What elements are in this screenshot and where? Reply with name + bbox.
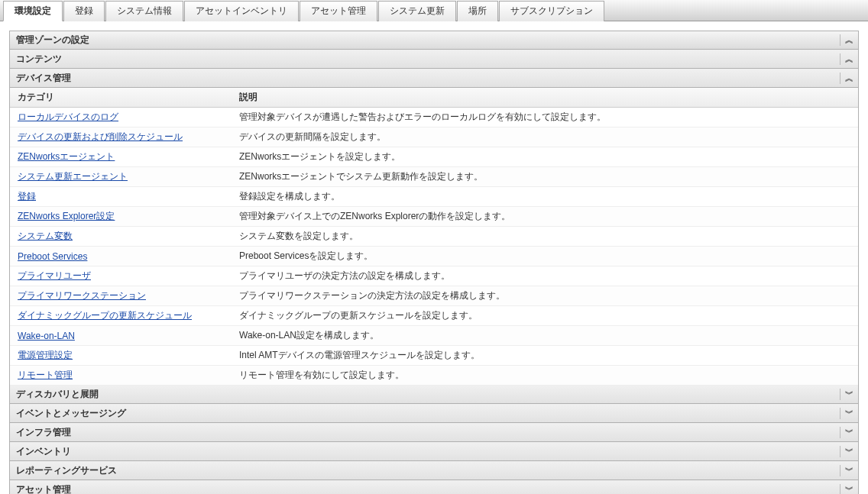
tab-2[interactable]: システム情報 <box>105 1 183 21</box>
table-row: システム変数システム変数を設定します。 <box>10 227 858 247</box>
category-link[interactable]: 電源管理設定 <box>18 350 73 360</box>
section-title: コンテンツ <box>16 53 62 66</box>
collapsed-section[interactable]: イベントとメッセージング︾ <box>10 404 858 423</box>
category-link[interactable]: システム変数 <box>18 231 73 241</box>
table-row: プライマリワークステーションプライマリワークステーションの決定方法の設定を構成し… <box>10 286 858 306</box>
category-link[interactable]: ZENworksエージェント <box>18 151 115 162</box>
collapsed-section[interactable]: アセット管理︾ <box>10 480 858 494</box>
section-title: アセット管理 <box>16 483 71 494</box>
chevron-down-icon[interactable]: ︾ <box>840 465 852 476</box>
category-link[interactable]: ZENworks Explorer設定 <box>18 211 115 221</box>
section-title: ディスカバリと展開 <box>16 388 99 401</box>
category-cell: デバイスの更新および削除スケジュール <box>10 128 232 147</box>
section-device-management[interactable]: デバイス管理 ︽ <box>10 69 858 88</box>
table-row: 電源管理設定Intel AMTデバイスの電源管理スケジュールを設定します。 <box>10 346 858 366</box>
description-cell: プライマリユーザの決定方法の設定を構成します。 <box>232 266 858 286</box>
settings-panel: 管理ゾーンの設定 ︽ コンテンツ ︽ デバイス管理 ︽ カテゴリ 説明 ローカル… <box>9 31 859 494</box>
tab-4[interactable]: アセット管理 <box>300 1 377 21</box>
category-cell: プライマリワークステーション <box>10 286 232 305</box>
category-cell: リモート管理 <box>10 366 232 385</box>
chevron-down-icon[interactable]: ︾ <box>840 408 852 419</box>
category-link[interactable]: デバイスの更新および削除スケジュール <box>18 131 183 142</box>
category-cell: ZENworks Explorer設定 <box>10 207 232 226</box>
category-cell: ZENworksエージェント <box>10 147 232 166</box>
description-cell: Wake-on-LAN設定を構成します。 <box>232 326 858 345</box>
chevron-up-icon[interactable]: ︽ <box>840 34 852 46</box>
category-link[interactable]: リモート管理 <box>18 370 73 380</box>
description-cell: プライマリワークステーションの決定方法の設定を構成します。 <box>232 286 858 305</box>
tab-bar: 環境設定登録システム情報アセットインベントリアセット管理システム更新場所サブスク… <box>0 0 868 21</box>
category-cell: ローカルデバイスのログ <box>10 108 232 127</box>
column-header-category: カテゴリ <box>10 88 232 107</box>
description-cell: 管理対象デバイス上でのZENworks Explorerの動作を設定します。 <box>232 207 858 226</box>
chevron-down-icon[interactable]: ︾ <box>840 484 852 494</box>
description-cell: ダイナミックグループの更新スケジュールを設定します。 <box>232 306 858 325</box>
table-row: デバイスの更新および削除スケジュールデバイスの更新間隔を設定します。 <box>10 128 858 147</box>
tab-1[interactable]: 登録 <box>63 1 105 21</box>
category-cell: プライマリユーザ <box>10 266 232 286</box>
table-row: リモート管理リモート管理を有効にして設定します。 <box>10 366 858 386</box>
table-row: ZENworks Explorer設定管理対象デバイス上でのZENworks E… <box>10 207 858 227</box>
description-cell: リモート管理を有効にして設定します。 <box>232 366 858 385</box>
category-link[interactable]: 登録 <box>18 191 36 202</box>
description-cell: 管理対象デバイスが遭遇した警告およびエラーのローカルログを有効にして設定します。 <box>232 108 858 127</box>
tab-5[interactable]: システム更新 <box>378 1 456 21</box>
chevron-up-icon[interactable]: ︽ <box>840 73 852 84</box>
chevron-down-icon[interactable]: ︾ <box>840 427 852 438</box>
tab-0[interactable]: 環境設定 <box>3 1 63 21</box>
section-title: インフラ管理 <box>16 426 71 439</box>
category-link[interactable]: Wake-on-LAN <box>18 331 75 341</box>
description-cell: 登録設定を構成します。 <box>232 187 858 206</box>
chevron-down-icon[interactable]: ︾ <box>840 446 852 457</box>
description-cell: Preboot Servicesを設定します。 <box>232 247 858 266</box>
category-cell: 登録 <box>10 187 232 206</box>
tab-6[interactable]: 場所 <box>457 1 498 21</box>
table-row: 登録登録設定を構成します。 <box>10 187 858 207</box>
description-cell: システム変数を設定します。 <box>232 227 858 246</box>
category-cell: システム変数 <box>10 227 232 246</box>
table-row: ダイナミックグループの更新スケジュールダイナミックグループの更新スケジュールを設… <box>10 306 858 326</box>
collapsed-section[interactable]: ディスカバリと展開︾ <box>10 386 858 404</box>
section-contents[interactable]: コンテンツ ︽ <box>10 50 858 69</box>
collapsed-section[interactable]: インベントリ︾ <box>10 442 858 461</box>
table-body: ローカルデバイスのログ管理対象デバイスが遭遇した警告およびエラーのローカルログを… <box>10 108 858 386</box>
table-row: Preboot ServicesPreboot Servicesを設定します。 <box>10 247 858 266</box>
content-area: 管理ゾーンの設定 ︽ コンテンツ ︽ デバイス管理 ︽ カテゴリ 説明 ローカル… <box>0 21 868 494</box>
section-title: イベントとメッセージング <box>16 407 126 420</box>
table-row: システム更新エージェントZENworksエージェントでシステム更新動作を設定しま… <box>10 167 858 187</box>
table-header-row: カテゴリ 説明 <box>10 88 858 108</box>
category-link[interactable]: システム更新エージェント <box>18 171 128 182</box>
description-cell: ZENworksエージェントでシステム更新動作を設定します。 <box>232 167 858 186</box>
category-link[interactable]: ダイナミックグループの更新スケジュール <box>18 310 192 321</box>
table-row: ZENworksエージェントZENworksエージェントを設定します。 <box>10 147 858 167</box>
chevron-up-icon[interactable]: ︽ <box>840 53 852 65</box>
description-cell: デバイスの更新間隔を設定します。 <box>232 128 858 147</box>
category-cell: Preboot Services <box>10 248 232 265</box>
category-cell: ダイナミックグループの更新スケジュール <box>10 306 232 325</box>
category-link[interactable]: プライマリワークステーション <box>18 290 146 301</box>
section-title: インベントリ <box>16 445 71 458</box>
category-cell: システム更新エージェント <box>10 167 232 186</box>
tab-7[interactable]: サブスクリプション <box>499 1 604 21</box>
table-row: ローカルデバイスのログ管理対象デバイスが遭遇した警告およびエラーのローカルログを… <box>10 108 858 128</box>
section-title: デバイス管理 <box>16 72 71 85</box>
description-cell: Intel AMTデバイスの電源管理スケジュールを設定します。 <box>232 346 858 365</box>
collapsed-section[interactable]: レポーティングサービス︾ <box>10 461 858 480</box>
section-zone-settings[interactable]: 管理ゾーンの設定 ︽ <box>10 31 858 50</box>
category-cell: 電源管理設定 <box>10 346 232 365</box>
description-cell: ZENworksエージェントを設定します。 <box>232 147 858 166</box>
section-title: 管理ゾーンの設定 <box>16 34 89 47</box>
table-row: プライマリユーザプライマリユーザの決定方法の設定を構成します。 <box>10 266 858 286</box>
category-link[interactable]: Preboot Services <box>18 251 87 262</box>
category-link[interactable]: プライマリユーザ <box>18 270 91 281</box>
tab-3[interactable]: アセットインベントリ <box>184 1 299 21</box>
collapsed-sections: ディスカバリと展開︾イベントとメッセージング︾インフラ管理︾インベントリ︾レポー… <box>10 386 858 494</box>
category-cell: Wake-on-LAN <box>10 328 232 344</box>
chevron-down-icon[interactable]: ︾ <box>840 389 852 400</box>
category-link[interactable]: ローカルデバイスのログ <box>18 111 118 122</box>
column-header-description: 説明 <box>232 88 858 107</box>
section-title: レポーティングサービス <box>16 464 117 477</box>
table-row: Wake-on-LANWake-on-LAN設定を構成します。 <box>10 326 858 346</box>
collapsed-section[interactable]: インフラ管理︾ <box>10 423 858 442</box>
